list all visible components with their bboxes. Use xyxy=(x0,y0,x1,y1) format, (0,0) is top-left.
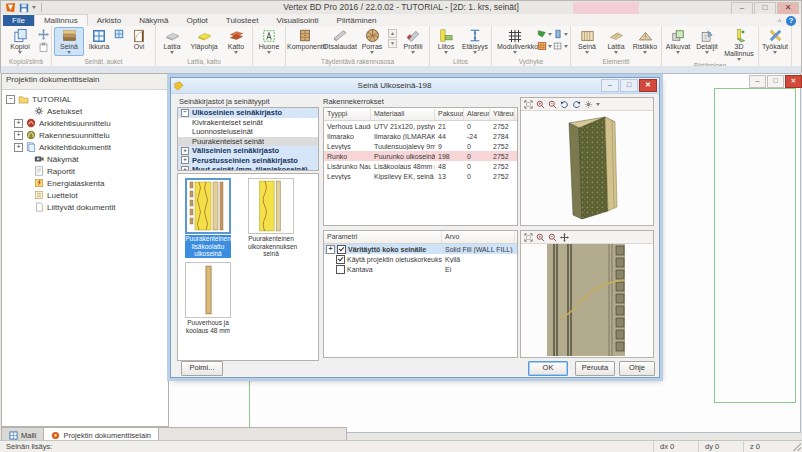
tree-item-arkkitehtisuunnittelu[interactable]: Arkkitehtisuunnittelu xyxy=(4,117,166,129)
detaljit-button[interactable]: Detaljit xyxy=(693,27,721,54)
expand-icon[interactable] xyxy=(14,143,23,152)
expand-icon[interactable] xyxy=(181,166,189,171)
expand-icon[interactable] xyxy=(14,131,23,140)
tree-item-luettelot[interactable]: Luettelot xyxy=(4,189,166,201)
zoom-extents-icon[interactable] xyxy=(524,233,533,242)
gallery-scroll[interactable]: ▲▼ xyxy=(387,27,398,50)
zoom-out-icon[interactable] xyxy=(548,100,557,109)
zone-block-icon[interactable] xyxy=(553,29,563,39)
tree-item-energialaskenta[interactable]: Energialaskenta xyxy=(4,177,166,189)
wall-plan-image[interactable] xyxy=(521,244,653,357)
katto-button[interactable]: Katto xyxy=(222,27,250,54)
library-item-perustusseinien[interactable]: Perustusseinien seinäkirjasto xyxy=(178,156,318,166)
parameters-table-header[interactable]: Parametri Arvo xyxy=(324,231,517,244)
tree-item-tutorial[interactable]: TUTORIAL xyxy=(4,93,166,105)
expand-icon[interactable] xyxy=(181,156,189,164)
library-item-kivirakenteiset[interactable]: Kivirakenteiset seinät xyxy=(178,118,318,128)
tab-arkisto[interactable]: Arkisto xyxy=(88,15,130,26)
rotate-cw-icon[interactable] xyxy=(560,100,569,109)
alikuvat-button[interactable]: Alikuvat xyxy=(664,27,692,54)
document-restore-button[interactable]: □ xyxy=(767,75,784,88)
zone-cells-icon[interactable] xyxy=(553,41,563,51)
dialog-close-button[interactable]: ✕ xyxy=(639,79,657,92)
elementti-lattia-button[interactable]: Lattia xyxy=(602,27,630,54)
library-item-muut-seinat[interactable]: Muut seinät (mm. tilanjakoseinä) xyxy=(178,165,318,171)
expand-icon[interactable] xyxy=(326,245,335,254)
zoom-out-icon[interactable] xyxy=(548,233,557,242)
move-icon[interactable] xyxy=(38,29,49,40)
collapse-icon[interactable] xyxy=(6,95,15,104)
zone-area-icon[interactable] xyxy=(537,29,547,39)
pan-icon[interactable] xyxy=(560,233,569,242)
tab-visualisointi[interactable]: Visualisointi xyxy=(267,15,327,26)
tab-file[interactable]: File xyxy=(3,15,34,26)
collapse-icon[interactable] xyxy=(181,109,189,117)
tree-item-arkkitehtidokumentit[interactable]: Arkkitehtidokumentit xyxy=(4,141,166,153)
checkbox-checked-icon[interactable] xyxy=(337,245,346,254)
help-icon[interactable]: ? xyxy=(786,16,796,26)
ristikko-button[interactable]: Ristikko xyxy=(631,27,659,54)
render-settings-icon[interactable] xyxy=(584,100,593,109)
wall-type-thumbnail[interactable]: Puurakenteinen lisäkoolattu ulkoseinä xyxy=(185,178,231,258)
tree-item-nakymat[interactable]: Näkymät xyxy=(4,153,166,165)
otsalaudat-button[interactable]: Otsalaudat xyxy=(323,27,357,50)
expand-icon[interactable] xyxy=(181,147,189,155)
liitos-button[interactable]: Liitos xyxy=(432,27,460,54)
layer-row[interactable]: LevytysKipsilevy EK, seinä ...1302752 xyxy=(324,171,517,181)
moduliverkko-button[interactable]: Moduliverkko xyxy=(494,27,536,54)
tab-optiot[interactable]: Optiot xyxy=(177,15,216,26)
kopioi-button[interactable]: Kopioi xyxy=(3,27,37,54)
etaisyys-button[interactable]: Etäisyys xyxy=(461,27,489,54)
layer-row[interactable]: Verhous Laudoit...UTV 21x120, pystyv...2… xyxy=(324,121,517,131)
ylapohja-button[interactable]: Yläpohja xyxy=(187,27,221,50)
parameter-row-varitaytto[interactable]: Väritäyttö koko seinälle Solid Fill (WAL… xyxy=(324,244,517,254)
layer-row-selected[interactable]: RunkoPuurunko ulkoseinä ...19802752 xyxy=(324,151,517,161)
dialog-titlebar[interactable]: Seinä Ulkoseinä-198 – □ ✕ xyxy=(171,78,659,94)
ohje-button[interactable]: Ohje xyxy=(619,361,655,376)
collapse-ribbon-icon[interactable]: ^ xyxy=(778,18,781,25)
tree-item-liittyvat-dokumentit[interactable]: Liittyvät dokumentit xyxy=(4,201,166,213)
3d-mallinnus-button[interactable]: 3D Mallinnus xyxy=(722,27,756,61)
dialog-minimize-button[interactable]: – xyxy=(601,79,619,92)
drawn-wall-outline[interactable] xyxy=(714,88,796,403)
zoom-in-icon[interactable] xyxy=(536,100,545,109)
lattia-button[interactable]: Lattia xyxy=(158,27,186,54)
window-small-icon[interactable] xyxy=(114,29,124,39)
zoom-extents-icon[interactable] xyxy=(524,100,533,109)
tree-item-raportit[interactable]: Raportit xyxy=(4,165,166,177)
layer-row[interactable]: LevytysTuulensuojalevy 9m...902752 xyxy=(324,141,517,151)
profiili-button[interactable]: Profiili xyxy=(399,27,427,54)
tab-nakyma[interactable]: Näkymä xyxy=(130,15,177,26)
layer-row[interactable]: Lisärunko Naula...Lisäkoolaus 48mm (...4… xyxy=(324,161,517,171)
poimi-button[interactable]: Poimi... xyxy=(181,361,223,376)
parameter-row-kantava[interactable]: Kantava Ei xyxy=(324,264,517,274)
parameter-row-oletuskorkeudet[interactable]: Käytä projektin oletuskorkeuksia Kyllä xyxy=(324,254,517,264)
porras-button[interactable]: Porras xyxy=(358,27,386,54)
elementti-seina-button[interactable]: Seinä xyxy=(573,27,601,54)
peruuta-button[interactable]: Peruuta xyxy=(575,361,615,376)
library-item-valiseinien[interactable]: Väliseinien seinäkirjasto xyxy=(178,146,318,156)
checkbox-checked-icon[interactable] xyxy=(336,255,345,264)
ovi-button[interactable]: Ovi xyxy=(125,27,153,50)
tab-piirtaminen[interactable]: Piirtäminen xyxy=(328,15,386,26)
layers-table-header[interactable]: Tyyppi Materiaali Paksuus Alareuna Yläre… xyxy=(324,108,517,121)
library-item-puurakenteiset[interactable]: Puurakenteiset seinät xyxy=(178,137,318,147)
wall-type-thumbnail[interactable]: Puuverhous ja koolaus 48 mm xyxy=(185,262,231,334)
wall-3d-image[interactable] xyxy=(521,111,653,225)
zoom-in-icon[interactable] xyxy=(536,233,545,242)
wall-type-thumbnail[interactable]: Puurakenteinen ulkorakennuksen seinä xyxy=(248,178,294,258)
document-close-button[interactable]: ✕ xyxy=(785,75,802,88)
dropdown-icon[interactable] xyxy=(596,103,600,106)
document-minimize-button[interactable]: – xyxy=(749,75,766,88)
drawn-wall-line[interactable] xyxy=(249,377,250,432)
tab-tulosteet[interactable]: Tulosteet xyxy=(217,15,268,26)
expand-icon[interactable] xyxy=(14,119,23,128)
seina-button[interactable]: Seinä xyxy=(54,27,84,56)
komponentti-button[interactable]: Komponentti xyxy=(288,27,322,50)
zone-grid-icon[interactable] xyxy=(537,41,547,51)
tree-item-asetukset[interactable]: Asetukset xyxy=(4,105,166,117)
resize-grip[interactable] xyxy=(793,443,801,451)
ikkuna-button[interactable]: Ikkuna xyxy=(85,27,113,50)
rotate-ccw-icon[interactable] xyxy=(572,100,581,109)
layer-row[interactable]: IlmarakoIlmarako (ILMARAKO)44-242784 xyxy=(324,131,517,141)
